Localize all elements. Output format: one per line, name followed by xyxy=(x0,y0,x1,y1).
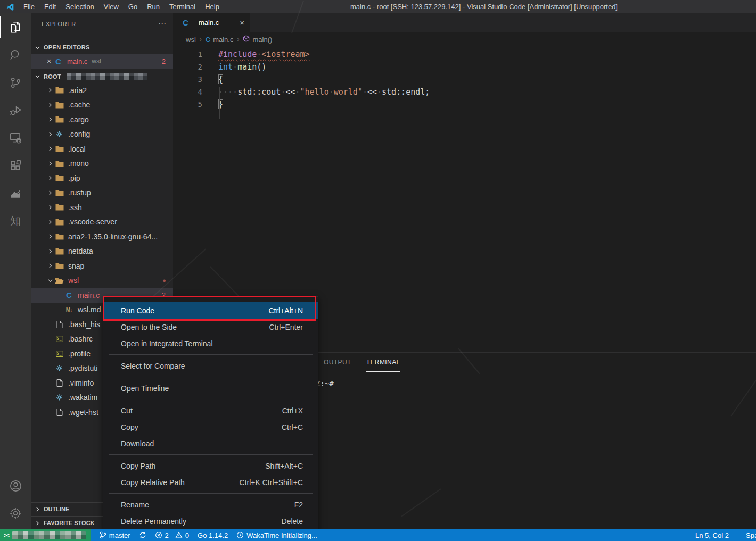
status-label: master xyxy=(109,531,130,539)
menubar-item-go[interactable]: Go xyxy=(124,3,142,11)
menu-item-label: Delete Permanently xyxy=(121,517,186,526)
activity-run-debug-icon[interactable] xyxy=(0,96,31,124)
tree-item-aria2-1-35-0-linux-gnu-64-[interactable]: aria2-1.35.0-linux-gnu-64... xyxy=(31,229,173,244)
terminal-prompt[interactable]: Z:~# xyxy=(316,379,334,388)
tree-item--aria2[interactable]: .aria2 xyxy=(31,83,173,98)
menu-item-label: Copy Path xyxy=(121,462,155,470)
menu-item-copy-path[interactable]: Copy PathShift+Alt+C xyxy=(103,457,318,474)
tree-item--pip[interactable]: .pip xyxy=(31,171,173,186)
activity-explorer-icon[interactable] xyxy=(0,13,31,41)
remote-indicator[interactable]: >< xyxy=(0,529,91,541)
menu-item-open-timeline[interactable]: Open Timeline xyxy=(103,380,318,396)
tree-item--config[interactable]: .config xyxy=(31,127,173,142)
breadcrumb-item-main-c[interactable]: Cmain.c xyxy=(206,36,234,44)
activity-remote-explorer-icon[interactable] xyxy=(0,124,31,152)
tree-item-wsl[interactable]: wsl● xyxy=(31,273,173,288)
menu-separator xyxy=(109,493,313,494)
chevron-right-icon xyxy=(46,234,54,239)
menu-item-cut[interactable]: CutCtrl+X xyxy=(103,402,318,419)
root-folder-section[interactable]: ROOT xyxy=(31,70,173,83)
activity-account-icon[interactable] xyxy=(0,472,31,500)
tree-item-label: netdata xyxy=(68,247,93,255)
status-item-spa[interactable]: Spa xyxy=(746,529,756,541)
menubar-item-edit[interactable]: Edit xyxy=(39,3,61,11)
menu-item-open-to-the-side[interactable]: Open to the SideCtrl+Enter xyxy=(103,319,318,335)
tree-item--cargo[interactable]: .cargo xyxy=(31,112,173,127)
activity-extensions-icon[interactable] xyxy=(0,152,31,179)
code-editor[interactable]: 1#include·<iostream>2int·main()3{4····st… xyxy=(173,48,756,111)
breadcrumb-item-wsl[interactable]: wsl xyxy=(186,36,196,44)
menubar-item-selection[interactable]: Selection xyxy=(61,3,98,11)
menubar-item-terminal[interactable]: Terminal xyxy=(165,3,200,11)
folder-icon xyxy=(54,204,64,211)
code-token: "hello xyxy=(300,87,329,97)
code-token: main xyxy=(237,62,257,72)
activity-settings-icon[interactable] xyxy=(0,500,31,527)
status-item-master[interactable]: master xyxy=(95,529,135,541)
line-number: 4 xyxy=(173,86,202,99)
status-item-go-1-14-2[interactable]: Go 1.14.2 xyxy=(193,529,232,541)
menu-item-copy-relative-path[interactable]: Copy Relative PathCtrl+K Ctrl+Shift+C xyxy=(103,474,318,490)
tree-item--rustup[interactable]: .rustup xyxy=(31,186,173,201)
c-file-icon: C xyxy=(180,18,191,27)
status-item-sync[interactable] xyxy=(135,529,151,541)
tree-item-netdata[interactable]: netdata xyxy=(31,244,173,259)
remote-icon: >< xyxy=(4,532,9,538)
activity-zhihu-icon[interactable]: 知 xyxy=(0,207,31,235)
activity-search-icon[interactable] xyxy=(0,41,31,69)
menu-item-select-for-compare[interactable]: Select for Compare xyxy=(103,357,318,374)
menu-item-download[interactable]: Download xyxy=(103,435,318,452)
menu-item-rename[interactable]: RenameF2 xyxy=(103,496,318,513)
modified-dot-badge: ● xyxy=(162,277,166,284)
error-icon xyxy=(155,531,162,539)
more-actions-icon[interactable]: ⋯ xyxy=(158,19,167,29)
tree-item--mono[interactable]: .mono xyxy=(31,156,173,171)
status-item-ln-5-col-2[interactable]: Ln 5, Col 2 xyxy=(695,529,729,541)
censored-ssh-host xyxy=(67,73,147,80)
code-token: · xyxy=(329,87,334,97)
code-token: std::endl; xyxy=(382,87,430,97)
menu-item-open-in-integrated-terminal[interactable]: Open in Integrated Terminal xyxy=(103,335,318,352)
chevron-right-icon xyxy=(46,263,54,268)
indent-guide xyxy=(219,87,220,119)
clock-icon xyxy=(236,531,244,539)
close-icon[interactable]: × xyxy=(240,18,244,27)
code-token: · xyxy=(377,87,382,97)
status-item-wakatime-initializing-[interactable]: WakaTime Initializing... xyxy=(232,529,322,541)
breadcrumb-item-main-[interactable]: main() xyxy=(243,35,272,44)
menu-item-delete-permanently[interactable]: Delete PermanentlyDelete xyxy=(103,513,318,529)
activity-stock-chart-icon[interactable] xyxy=(0,179,31,207)
activity-bar: 知 xyxy=(0,13,31,529)
code-token: << xyxy=(285,87,295,97)
panel-tab-output[interactable]: OUTPUT xyxy=(324,353,351,372)
tree-item--cache[interactable]: .cache xyxy=(31,98,173,113)
menubar-item-file[interactable]: File xyxy=(19,3,39,11)
tab-label: main.c xyxy=(199,19,219,27)
open-editor-main-c[interactable]: × C main.c wsl 2 xyxy=(31,54,173,69)
open-editors-section[interactable]: OPEN EDITORS xyxy=(31,41,173,54)
menu-item-shortcut: Shift+Alt+C xyxy=(265,462,303,470)
status-item-2[interactable]: 20 xyxy=(151,529,193,541)
activity-source-control-icon[interactable] xyxy=(0,69,31,96)
menubar-item-help[interactable]: Help xyxy=(200,3,224,11)
chevron-right-icon xyxy=(46,205,54,210)
tree-item--ssh[interactable]: .ssh xyxy=(31,200,173,215)
menubar-item-view[interactable]: View xyxy=(99,3,124,11)
close-icon[interactable]: × xyxy=(45,57,53,65)
tree-item-snap[interactable]: snap xyxy=(31,259,173,273)
sync-icon xyxy=(139,531,146,539)
tree-item-label: .config xyxy=(68,130,90,138)
symbol-method-icon xyxy=(243,35,250,44)
tab-main-c[interactable]: C main.c × xyxy=(173,13,250,32)
tree-item-label: .ssh xyxy=(68,203,82,212)
panel-tab-terminal[interactable]: TERMINAL xyxy=(366,353,400,372)
code-line-4: 4····std::cout·<<·"hello·world"·<<·std::… xyxy=(173,86,756,99)
open-editor-filename: main.c xyxy=(67,57,87,65)
menu-bar: FileEditSelectionViewGoRunTerminalHelp xyxy=(19,0,224,13)
tree-item--vscode-server[interactable]: .vscode-server xyxy=(31,215,173,230)
code-token: <iostream> xyxy=(261,49,309,59)
menubar-item-run[interactable]: Run xyxy=(142,3,165,11)
tree-item--local[interactable]: .local xyxy=(31,142,173,156)
chevron-right-icon xyxy=(46,176,54,180)
menu-item-copy[interactable]: CopyCtrl+C xyxy=(103,419,318,435)
